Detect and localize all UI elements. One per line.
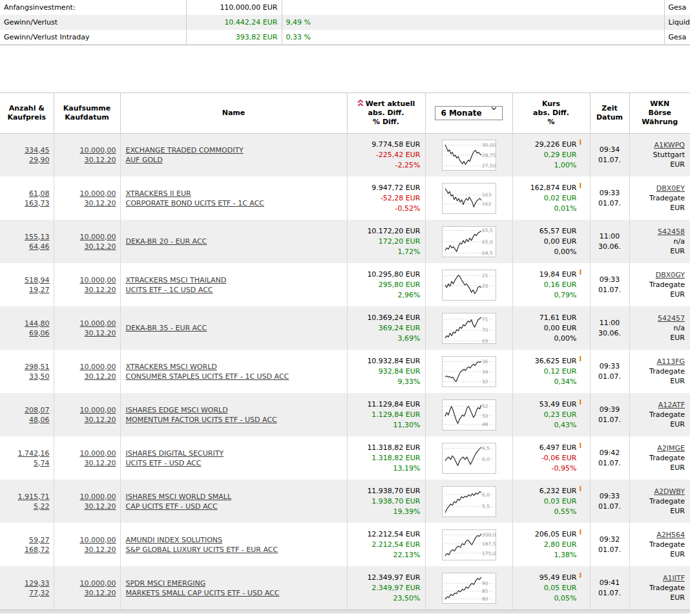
wkn-link[interactable]: A12ATF [635,400,685,410]
quantity-link[interactable]: 144,80 [4,319,50,328]
quantity-link[interactable]: 518,94 [4,275,50,285]
buy-sum-link[interactable]: 10.000,00 [58,189,116,198]
buy-sum-link[interactable]: 10.000,00 [58,232,116,242]
buy-sum-link[interactable]: 10.000,00 [58,275,116,285]
wkn-link[interactable]: A2H564 [635,530,685,540]
wkn-link[interactable]: A1KWPQ [635,140,685,150]
buy-date-link[interactable]: 30.12.20 [58,502,116,511]
sparkline-chart[interactable]: 6,56,0 [442,443,496,474]
position-cell: 11:0030.06. [590,220,629,263]
quantity-link[interactable]: 298,51 [4,362,50,372]
quantity-link[interactable]: 1.742,16 [4,449,50,458]
quote-time: 09:34 [591,145,629,155]
header-line: Börse [631,109,690,118]
buy-price-link[interactable]: 168,72 [4,545,50,555]
current-value: 12.349,97 EUR [352,573,421,583]
sparkline-chart[interactable]: 525048 [442,399,496,430]
wkn-link[interactable]: 542457 [635,313,685,323]
buy-price-link[interactable]: 19,27 [4,285,50,295]
instrument-name-link[interactable]: ISHARES DIGITAL SECURITY [126,449,342,458]
position-row: 208,0748,0610.000,0030.12.20ISHARES EDGE… [0,393,690,436]
quantity-link[interactable]: 334,45 [4,145,50,155]
buy-date-link[interactable]: 30.12.20 [58,285,116,295]
buy-price-link[interactable]: 5,74 [4,458,50,468]
quantity-link[interactable]: 208,07 [4,405,50,415]
instrument-name-link[interactable]: CAP UCITS ETF - USD ACC [126,502,342,511]
buy-sum-link[interactable]: 10.000,00 [58,492,116,502]
quantity-link[interactable]: 155,13 [4,232,50,242]
wkn-link[interactable]: A2DWBY [635,487,685,496]
sparkline-chart[interactable]: 363432 [442,356,496,387]
buy-date-link[interactable]: 30.12.20 [58,588,116,598]
currency: EUR [635,593,685,602]
instrument-name-link[interactable]: CONSUMER STAPLES UCITS ETF - 1C USD ACC [126,372,342,381]
instrument-name-link[interactable]: MOMENTUM FACTOR UCITS ETF - USD ACC [126,415,342,425]
instrument-name-link[interactable]: XTRACKERS II EUR [126,189,342,198]
sparkline-chart[interactable]: 163162 [442,183,496,214]
instrument-name-link[interactable]: ISHARES EDGE MSCI WORLD [126,405,342,415]
quantity-link[interactable]: 1.915,71 [4,492,50,502]
instrument-name-link[interactable]: DEKA-BR 20 - EUR ACC [126,237,342,246]
buy-sum-link[interactable]: 10.000,00 [58,319,116,328]
instrument-name-link[interactable]: MARKETS SMALL CAP UCITS ETF - USD ACC [126,588,342,598]
instrument-name-link[interactable]: XTRACKERS MSCI WORLD [126,362,342,372]
quantity-link[interactable]: 61,08 [4,189,50,198]
buy-price-link[interactable]: 33,50 [4,372,50,381]
position-cell: ISHARES MSCI WORLD SMALLCAP UCITS ETF - … [120,480,347,523]
instrument-name-link[interactable]: XTRACKERS MSCI THAILAND [126,275,342,285]
buy-date-link[interactable]: 30.12.20 [58,198,116,208]
instrument-name-link[interactable]: UCITS ETF - USD ACC [126,458,342,468]
sparkline-chart[interactable]: 6,05,5 [442,486,496,517]
buy-price-link[interactable]: 5,22 [4,502,50,511]
instrument-name-link[interactable]: ISHARES MSCI WORLD SMALL [126,492,342,502]
buy-date-link[interactable]: 30.12.20 [58,155,116,165]
sparkline-chart[interactable]: 200,0187,5175,0 [442,529,496,560]
buy-price-link[interactable]: 29,90 [4,155,50,165]
sparkline-chart[interactable]: 717069 [442,313,496,344]
wkn-link[interactable]: DBX0EY [635,184,685,193]
buy-date-link[interactable]: 30.12.20 [58,458,116,468]
quantity-link[interactable]: 59,27 [4,535,50,545]
sparkline-chart[interactable]: 908580 [442,573,496,604]
instrument-name-link[interactable]: S&P GLOBAL LUXURY UCITS ETF - EUR ACC [126,545,342,555]
buy-date-link[interactable]: 30.12.20 [58,545,116,555]
buy-price-link[interactable]: 48,06 [4,415,50,425]
instrument-name-link[interactable]: EXCHANGE TRADED COMMODITY [126,145,342,155]
buy-date-link[interactable]: 30.12.20 [58,372,116,381]
buy-price-link[interactable]: 163,73 [4,198,50,208]
buy-date-link[interactable]: 30.12.20 [58,328,116,338]
sort-ascending-icon[interactable] [357,100,364,107]
position-cell: 298,5133,50 [0,350,54,393]
instrument-name-link[interactable]: AMUNDI INDEX SOLUTIONS [126,535,342,545]
buy-price-link[interactable]: 64,46 [4,242,50,251]
buy-date-link[interactable]: 30.12.20 [58,242,116,251]
buy-date-link[interactable]: 30.12.20 [58,415,116,425]
buy-sum-link[interactable]: 10.000,00 [58,579,116,588]
pct-diff: -0,52% [352,204,421,214]
instrument-name-link[interactable]: DEKA-BR 35 - EUR ACC [126,323,342,333]
wkn-link[interactable]: A113FG [635,357,685,366]
instrument-name-link[interactable]: SPDR MSCI EMERGING [126,579,342,588]
instrument-name-link[interactable]: AUF GOLD [126,155,342,165]
buy-sum-link[interactable]: 10.000,00 [58,405,116,415]
buy-sum-link[interactable]: 10.000,00 [58,535,116,545]
instrument-name-link[interactable]: CORPORATE BOND UCITS ETF - 1C ACC [126,198,342,208]
sparkline-chart[interactable]: 2120 [442,270,496,301]
header-wert-aktuell: Wert aktuell abs. Diff. % Diff. [347,92,425,133]
sparkline-chart[interactable]: 30,0028,7527,50 [442,140,496,171]
quote-date: 30.06. [591,242,629,252]
wkn-link[interactable]: 542458 [635,227,685,237]
buy-price-link[interactable]: 77,32 [4,588,50,598]
quantity-link[interactable]: 129,33 [4,579,50,588]
period-select[interactable]: 6 Monate [435,106,502,120]
buy-sum-link[interactable]: 10.000,00 [58,145,116,155]
abs-diff: -225,42 EUR [352,150,421,160]
sparkline-chart[interactable]: 65,565,064,5 [442,226,496,257]
buy-price-link[interactable]: 69,06 [4,328,50,338]
wkn-link[interactable]: A1JJTF [635,573,685,583]
wkn-link[interactable]: DBX0GY [635,270,685,280]
buy-sum-link[interactable]: 10.000,00 [58,449,116,458]
wkn-link[interactable]: A2JMGE [635,443,685,453]
instrument-name-link[interactable]: UCITS ETF - 1C USD ACC [126,285,342,295]
buy-sum-link[interactable]: 10.000,00 [58,362,116,372]
